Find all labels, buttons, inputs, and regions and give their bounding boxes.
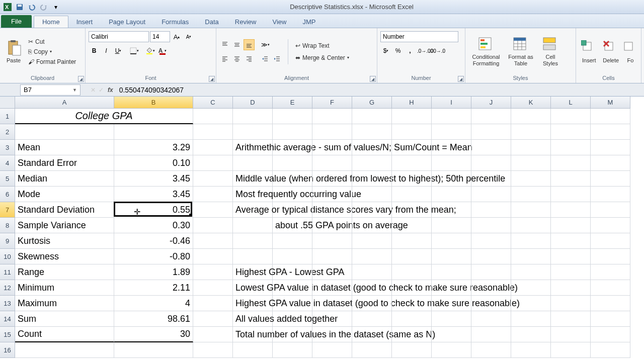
- cell-H9[interactable]: [392, 233, 432, 249]
- cell-I6[interactable]: [432, 187, 471, 202]
- cell-F7[interactable]: [312, 202, 352, 218]
- row-header-3[interactable]: 3: [0, 140, 15, 155]
- cell-M5[interactable]: [591, 171, 630, 187]
- cell-J15[interactable]: [471, 327, 511, 342]
- cell-J6[interactable]: [471, 187, 511, 202]
- cell-A8[interactable]: Sample Variance: [15, 218, 114, 233]
- cell-G3[interactable]: [352, 140, 392, 155]
- cell-I16[interactable]: [432, 342, 471, 358]
- cell-D8[interactable]: [233, 218, 273, 233]
- comma-icon[interactable]: ,: [405, 45, 416, 56]
- cell-L7[interactable]: [551, 202, 591, 218]
- cell-C8[interactable]: [193, 218, 233, 233]
- fill-color-icon[interactable]: ▾: [145, 45, 156, 56]
- cell-C7[interactable]: [193, 202, 233, 218]
- cell-K11[interactable]: [511, 264, 551, 280]
- cell-C15[interactable]: [193, 327, 233, 342]
- column-header-L[interactable]: L: [551, 97, 591, 109]
- row-header-14[interactable]: 14: [0, 311, 15, 327]
- cell-K5[interactable]: [511, 171, 551, 187]
- cell-K14[interactable]: [511, 311, 551, 327]
- cell-K1[interactable]: [511, 109, 551, 124]
- cell-H16[interactable]: [392, 342, 432, 358]
- font-name-select[interactable]: [89, 31, 149, 42]
- row-header-15[interactable]: 15: [0, 327, 15, 342]
- tab-view[interactable]: View: [264, 16, 294, 28]
- cell-J14[interactable]: [471, 311, 511, 327]
- cell-D13[interactable]: Highest GPA value in dataset (good to ch…: [233, 296, 273, 311]
- cell-D2[interactable]: [233, 124, 273, 140]
- cell-G7[interactable]: [352, 202, 392, 218]
- cell-C13[interactable]: [193, 296, 233, 311]
- cell-F4[interactable]: [312, 155, 352, 171]
- cell-E12[interactable]: [273, 280, 312, 296]
- number-dialog-launcher[interactable]: ◢: [458, 76, 464, 82]
- cell-M13[interactable]: [591, 296, 630, 311]
- copy-button[interactable]: ⎘Copy▾: [26, 47, 78, 56]
- cell-A16[interactable]: [15, 342, 114, 358]
- underline-icon[interactable]: U▾: [113, 45, 124, 56]
- decrease-decimal-icon[interactable]: .00→.0: [432, 45, 443, 56]
- cell-M6[interactable]: [591, 187, 630, 202]
- cell-J7[interactable]: [471, 202, 511, 218]
- cell-G15[interactable]: [352, 327, 392, 342]
- cell-M16[interactable]: [591, 342, 630, 358]
- cell-C9[interactable]: [193, 233, 233, 249]
- cell-I12[interactable]: [432, 280, 471, 296]
- cell-J2[interactable]: [471, 124, 511, 140]
- cell-B2[interactable]: [114, 124, 193, 140]
- cell-H2[interactable]: [392, 124, 432, 140]
- grow-font-icon[interactable]: A▴: [171, 31, 182, 42]
- cell-L5[interactable]: [551, 171, 591, 187]
- cell-L13[interactable]: [551, 296, 591, 311]
- cell-M12[interactable]: [591, 280, 630, 296]
- cell-K8[interactable]: [511, 218, 551, 233]
- cell-L16[interactable]: [551, 342, 591, 358]
- column-header-E[interactable]: E: [273, 97, 312, 109]
- cut-button[interactable]: ✂Cut: [26, 37, 78, 46]
- cell-B16[interactable]: [114, 342, 193, 358]
- cell-H10[interactable]: [392, 249, 432, 264]
- cell-E7[interactable]: [273, 202, 312, 218]
- cell-F13[interactable]: [312, 296, 352, 311]
- row-header-7[interactable]: 7: [0, 202, 15, 218]
- number-format-select[interactable]: [380, 31, 458, 42]
- cell-C5[interactable]: [193, 171, 233, 187]
- align-middle-icon[interactable]: [231, 39, 243, 50]
- cell-F9[interactable]: [312, 233, 352, 249]
- tab-page-layout[interactable]: Page Layout: [101, 16, 153, 28]
- cell-L8[interactable]: [551, 218, 591, 233]
- row-header-11[interactable]: 11: [0, 264, 15, 280]
- cell-F1[interactable]: [312, 109, 352, 124]
- cell-F2[interactable]: [312, 124, 352, 140]
- column-header-K[interactable]: K: [511, 97, 551, 109]
- cell-C14[interactable]: [193, 311, 233, 327]
- cell-G9[interactable]: [352, 233, 392, 249]
- cell-A15[interactable]: Count: [15, 327, 114, 342]
- cell-K16[interactable]: [511, 342, 551, 358]
- cell-J10[interactable]: [471, 249, 511, 264]
- cell-D4[interactable]: [233, 155, 273, 171]
- cell-E16[interactable]: [273, 342, 312, 358]
- cell-C16[interactable]: [193, 342, 233, 358]
- cell-A14[interactable]: Sum: [15, 311, 114, 327]
- cell-M14[interactable]: [591, 311, 630, 327]
- cell-L6[interactable]: [551, 187, 591, 202]
- cell-A7[interactable]: Standard Deviation: [15, 202, 114, 218]
- cell-G4[interactable]: [352, 155, 392, 171]
- row-header-12[interactable]: 12: [0, 280, 15, 296]
- cell-E14[interactable]: [273, 311, 312, 327]
- cell-E4[interactable]: [273, 155, 312, 171]
- align-bottom-icon[interactable]: [244, 39, 255, 50]
- cell-G8[interactable]: [352, 218, 392, 233]
- cell-B7[interactable]: 0.55: [114, 202, 193, 218]
- cell-F14[interactable]: [312, 311, 352, 327]
- cell-G1[interactable]: [352, 109, 392, 124]
- cell-L10[interactable]: [551, 249, 591, 264]
- cell-E15[interactable]: [273, 327, 312, 342]
- cell-E6[interactable]: [273, 187, 312, 202]
- cell-K4[interactable]: [511, 155, 551, 171]
- cell-E9[interactable]: [273, 233, 312, 249]
- cell-C2[interactable]: [193, 124, 233, 140]
- cell-G13[interactable]: [352, 296, 392, 311]
